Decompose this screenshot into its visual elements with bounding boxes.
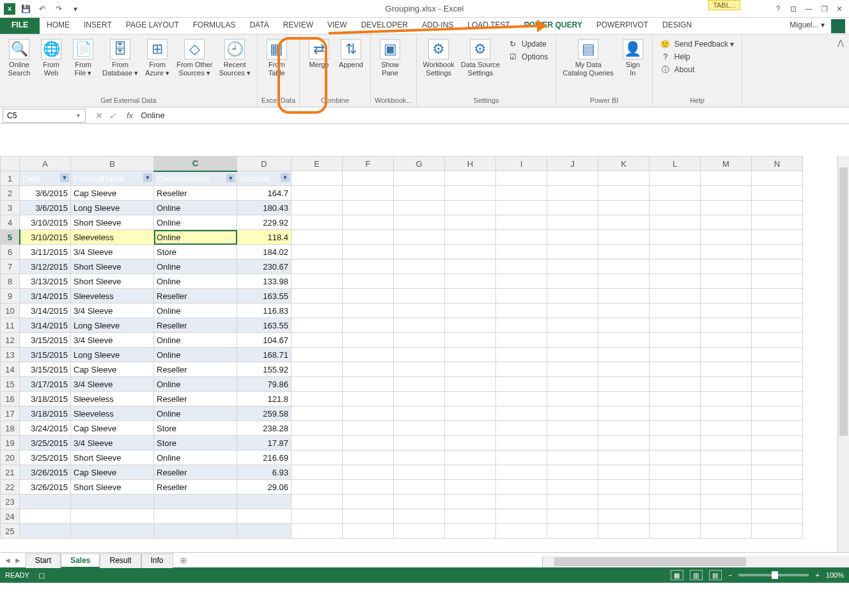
restore-icon[interactable]: ❐ [817,3,831,15]
cell[interactable] [701,392,752,406]
cell[interactable]: Reseller [154,289,237,304]
help-button[interactable]: ?Help [659,51,735,63]
tab-powerpivot[interactable]: POWERPIVOT [589,18,655,34]
cell[interactable] [598,406,650,421]
cell[interactable] [292,245,343,259]
cell[interactable] [547,274,598,289]
cell[interactable] [752,348,803,362]
cell[interactable] [394,377,445,392]
cell[interactable] [598,171,650,186]
cell[interactable]: Online [154,377,237,392]
cell[interactable] [650,259,701,274]
cell[interactable] [701,450,752,465]
cell[interactable] [701,495,752,509]
cell[interactable]: Online [154,406,237,421]
cell[interactable]: Reseller [154,465,237,480]
cell[interactable] [547,245,598,259]
cell[interactable] [598,304,650,318]
col-J[interactable]: J [547,157,598,171]
cell[interactable] [292,421,343,436]
cell[interactable]: 121.8 [237,392,292,406]
cell[interactable] [598,289,650,304]
cell[interactable] [547,377,598,392]
row-6[interactable]: 6 [1,245,20,259]
cell[interactable] [547,421,598,436]
zoom-slider[interactable] [738,574,809,576]
cell[interactable]: 3/4 Sleeve [71,245,154,259]
col-H[interactable]: H [445,157,496,171]
col-N[interactable]: N [752,157,803,171]
name-box[interactable]: C5 ▼ [3,109,86,123]
row-11[interactable]: 11 [1,318,20,333]
cell[interactable] [394,289,445,304]
filter-icon[interactable]: ▼ [60,173,69,182]
tab-data[interactable]: DATA [242,18,276,34]
tab-insert[interactable]: INSERT [77,18,119,34]
cell[interactable]: Online [154,259,237,274]
collapse-ribbon-icon[interactable]: ⋀ [837,38,844,47]
cell[interactable] [394,186,445,201]
cell[interactable] [547,333,598,348]
cell[interactable] [650,406,701,421]
cell[interactable] [598,348,650,362]
cell[interactable]: Online [154,230,237,245]
row-3[interactable]: 3 [1,201,20,215]
cell[interactable] [237,524,292,539]
from-web-button[interactable]: 🌐From Web [36,37,66,77]
cell[interactable] [650,377,701,392]
cell[interactable] [701,480,752,495]
tab-file[interactable]: FILE [0,18,40,34]
cell[interactable] [237,495,292,509]
normal-view-icon[interactable]: ▦ [671,570,683,580]
cell[interactable] [650,304,701,318]
cell[interactable] [496,333,547,348]
cell[interactable] [496,436,547,450]
cell[interactable] [598,377,650,392]
cell[interactable]: 6.93 [237,465,292,480]
cell[interactable] [598,215,650,230]
cell[interactable] [650,509,701,524]
cell[interactable] [394,362,445,377]
cell[interactable]: 163.55 [237,318,292,333]
cell[interactable] [650,436,701,450]
cell[interactable] [343,289,394,304]
cell[interactable] [598,450,650,465]
cell[interactable] [496,230,547,245]
cell[interactable]: 104.67 [237,333,292,348]
cell[interactable] [343,465,394,480]
cell[interactable]: 3/6/2015 [20,186,71,201]
cell[interactable] [752,465,803,480]
cell[interactable] [154,509,237,524]
cell[interactable] [752,259,803,274]
cell[interactable] [394,392,445,406]
worksheet-grid[interactable]: ABCDEFGHIJKLMN1Date▼ProductName▼ChannelN… [0,156,849,552]
cell[interactable] [394,318,445,333]
cell[interactable] [343,480,394,495]
cell[interactable]: Online [154,304,237,318]
cell[interactable] [394,230,445,245]
cell[interactable] [445,421,496,436]
cell[interactable] [292,392,343,406]
cell[interactable] [343,171,394,186]
cell[interactable] [598,509,650,524]
cell[interactable] [445,406,496,421]
cell[interactable] [701,318,752,333]
cell[interactable]: 164.7 [237,186,292,201]
cell[interactable] [752,436,803,450]
row-9[interactable]: 9 [1,289,20,304]
tab-page-layout[interactable]: PAGE LAYOUT [119,18,186,34]
cell[interactable]: Online [154,348,237,362]
cell[interactable] [752,245,803,259]
cell[interactable] [292,377,343,392]
cell[interactable] [598,362,650,377]
page-break-view-icon[interactable]: ▤ [709,570,722,580]
cell[interactable] [343,245,394,259]
sheet-tab-result[interactable]: Result [100,553,141,568]
recent-sources-button[interactable]: 🕘Recent Sources ▾ [216,37,253,77]
cell[interactable] [445,186,496,201]
cell[interactable] [496,421,547,436]
cell[interactable] [752,362,803,377]
cell[interactable] [394,304,445,318]
cell[interactable]: 118.4 [237,230,292,245]
cell[interactable] [701,304,752,318]
